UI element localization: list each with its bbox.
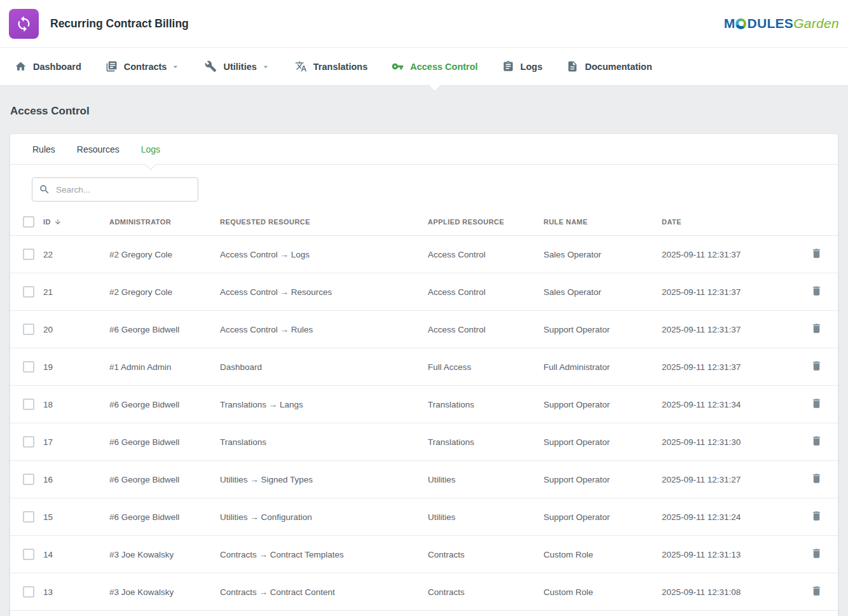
cell-requested-resource: Contracts → Contract Templates [217, 536, 425, 573]
delete-row-button[interactable] [809, 509, 824, 525]
table-row: 13#3 Joe KowalskyContracts → Contract Co… [10, 573, 838, 611]
nav-item-access-control[interactable]: Access Control [380, 48, 489, 86]
row-checkbox[interactable] [23, 361, 34, 373]
trash-icon [810, 547, 823, 559]
row-checkbox[interactable] [23, 286, 34, 298]
cell-date: 2025-09-11 12:31:37 [659, 273, 802, 311]
cell-id: 15 [41, 498, 107, 536]
cell-administrator: #2 Gregory Cole [107, 236, 217, 273]
nav-item-utilities[interactable]: Utilities [193, 48, 282, 86]
cell-id: 20 [41, 311, 107, 348]
column-header-id[interactable]: ID [41, 208, 107, 236]
app-logo-icon [9, 9, 39, 39]
cell-applied-resource: Translations [425, 423, 541, 461]
cell-date: 2025-09-11 12:31:34 [659, 386, 802, 423]
search-box [32, 177, 198, 202]
cell-date: 2025-09-11 12:31:37 [659, 236, 802, 273]
row-checkbox[interactable] [23, 324, 34, 335]
row-checkbox[interactable] [23, 436, 34, 448]
cell-requested-resource: Utilities → Signed Types [217, 461, 425, 498]
table-row: 21#2 Gregory ColeAccess Control → Resour… [10, 273, 838, 311]
brand-text-m: M [724, 16, 735, 31]
cell-requested-resource: Access Control → Rules [217, 311, 425, 348]
column-header-rule-name: RULE NAME [541, 208, 659, 236]
nav-item-translations[interactable]: Translations [283, 48, 380, 86]
delete-row-button[interactable] [809, 546, 824, 563]
delete-row-button[interactable] [809, 471, 824, 488]
delete-row-button[interactable] [809, 359, 824, 375]
delete-row-button[interactable] [809, 584, 824, 600]
cell-rule-name: Custom Role [541, 536, 659, 573]
cell-id: 18 [41, 386, 107, 423]
column-header-requested-resource: REQUESTED RESOURCE [217, 208, 425, 236]
row-checkbox[interactable] [23, 474, 34, 485]
cell-administrator: #6 George Bidwell [107, 311, 217, 348]
nav-item-logs[interactable]: Logs [490, 48, 555, 86]
nav-item-dashboard[interactable]: Dashboard [3, 48, 93, 86]
delete-row-button[interactable] [809, 434, 824, 450]
delete-row-button[interactable] [809, 284, 824, 300]
cell-rule-name: Full Administrator [541, 348, 659, 386]
cell-administrator: #6 George Bidwell [107, 498, 217, 536]
cell-rule-name: Custom Role [541, 573, 659, 611]
tab-rules[interactable]: Rules [22, 134, 66, 164]
app-header: Recurring Contract Billing M DULES Garde… [0, 0, 848, 48]
table-row: 17#6 George BidwellTranslationsTranslati… [10, 423, 838, 461]
cell-date: 2025-09-11 12:31:30 [659, 423, 802, 461]
column-header-administrator: ADMINISTRATOR [107, 208, 217, 236]
trash-icon [810, 285, 823, 297]
brand-text-garden: Garden [793, 16, 839, 31]
cell-id: 19 [41, 348, 107, 386]
nav-item-contracts[interactable]: Contracts [93, 48, 193, 86]
table-header-row: ID ADMINISTRATOR REQUESTED RESOURCE APPL… [10, 208, 838, 236]
table-row: 15#6 George BidwellUtilities → Configura… [10, 498, 838, 536]
cell-applied-resource: Translations [425, 386, 541, 423]
cell-requested-resource: Dashboard [217, 348, 425, 386]
delete-row-button[interactable] [809, 396, 824, 413]
select-all-checkbox[interactable] [23, 216, 34, 228]
cell-id: 16 [41, 461, 107, 498]
cell-applied-resource: Access Control [425, 236, 541, 273]
cell-id: 13 [41, 573, 107, 611]
cell-date: 2025-09-11 12:31:37 [659, 311, 802, 348]
trash-icon [810, 510, 823, 522]
access-control-card: Rules Resources Logs ID ADMINISTRATOR RE… [10, 134, 838, 616]
tab-logs[interactable]: Logs [130, 134, 171, 164]
cell-date: 2025-09-11 12:31:24 [659, 498, 802, 536]
logs-icon [502, 60, 514, 72]
modulesgarden-logo: M DULES Garden [724, 16, 839, 31]
cell-rule-name: Support Operator [541, 461, 659, 498]
cell-applied-resource: Access Control [425, 273, 541, 311]
row-checkbox[interactable] [23, 549, 34, 560]
main-nav: Dashboard Contracts Utilities Translatio… [0, 48, 848, 86]
delete-row-button[interactable] [809, 246, 824, 263]
table-row: 16#6 George BidwellUtilities → Signed Ty… [10, 461, 838, 498]
cell-id: 21 [41, 273, 107, 311]
cell-rule-name: Support Operator [541, 311, 659, 348]
delete-row-button[interactable] [809, 321, 824, 338]
row-checkbox[interactable] [23, 249, 34, 260]
search-input[interactable] [56, 185, 191, 195]
cell-rule-name: Support Operator [541, 498, 659, 536]
row-checkbox[interactable] [23, 399, 34, 410]
cell-date: 2025-09-11 12:31:37 [659, 348, 802, 386]
document-icon [566, 60, 578, 72]
cell-requested-resource: Access Control → Logs [217, 236, 425, 273]
cell-applied-resource: Utilities [425, 498, 541, 536]
trash-icon [810, 247, 823, 259]
recurring-sync-icon [15, 15, 32, 32]
cell-date: 2025-09-11 12:31:27 [659, 461, 802, 498]
cell-applied-resource: Full Access [425, 348, 541, 386]
app-title: Recurring Contract Billing [50, 17, 189, 31]
row-checkbox[interactable] [23, 511, 34, 523]
table-row: 18#6 George BidwellTranslations → LangsT… [10, 386, 838, 423]
cell-id: 14 [41, 536, 107, 573]
tab-resources[interactable]: Resources [66, 134, 130, 164]
nav-item-documentation[interactable]: Documentation [554, 48, 664, 86]
column-header-date: DATE [659, 208, 802, 236]
row-checkbox[interactable] [23, 586, 34, 598]
page-title: Access Control [10, 105, 838, 118]
wrench-icon [205, 60, 217, 72]
contracts-icon [106, 60, 118, 72]
cell-applied-resource: Utilities [425, 461, 541, 498]
